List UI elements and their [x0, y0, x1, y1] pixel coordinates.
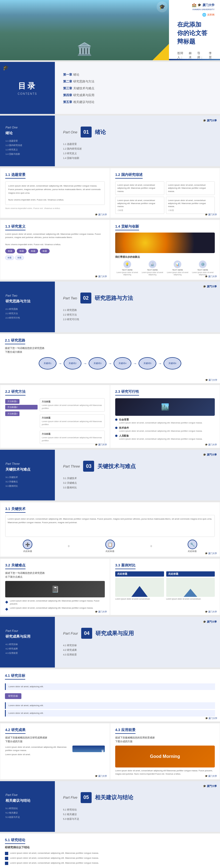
- sec-1-2-title: 1.2 国内研究综述: [115, 172, 143, 179]
- sec-1-4-col-4: ⚙️ TEXT HERE Lorem ipsum dolor sit amet …: [191, 260, 215, 276]
- footer-2-1: 🎓 厦门大学: [205, 378, 217, 381]
- toc-item-4: 第四章 研究成果与应用: [63, 92, 212, 97]
- sec-1-3-body: Lorem ipsum dolor sit amet, consectetuer…: [5, 232, 105, 247]
- goal-item-2: Lorem dolor sit amet, adipiscing elit.: [5, 702, 215, 709]
- sec-1-1-body: Lorem ipsum dolor sit amet, consectetuer…: [8, 184, 102, 202]
- sec-1-3-buttons: 标题 标题 标题 标题: [5, 249, 105, 253]
- toc-item-1: 第一章 绪论: [63, 72, 212, 77]
- part-three-xmu-logo: 🎓 厦門大學: [203, 453, 217, 457]
- sec-4-3-subtitle: 描述下您最难概括您的应用前景感谢下图分成四方面: [115, 736, 215, 743]
- toc-title-1: 绪论: [73, 73, 79, 76]
- goal-label: 研究目标: [5, 693, 21, 699]
- part-four-right: 🎓 厦門大學 Part Four 04 研究成果与应用 4.1 研究目标 4.2…: [55, 617, 220, 668]
- toc-chapter-2: 第二章: [63, 80, 72, 83]
- part-two-sub-list: 2.1 研究思路 2.2 研究方法 2.3 研究可行性: [63, 308, 212, 322]
- part-one-label-text: Part One: [63, 130, 77, 134]
- footer-1-3: 🎓 厦门大学: [95, 275, 107, 278]
- toc-chapter-5: 第五章: [63, 100, 72, 103]
- slide-part-five-header: Part Five 相关建议与结论 5.1 研究结论 5.2 相关建议 5.3 …: [0, 781, 220, 832]
- contents-text: CONTENTS: [18, 92, 37, 95]
- part-one-items: 1.1 选题背景 1.2 国内研究综述 1.3 研究意义 1.4 贡献与创新: [5, 139, 49, 156]
- footer-3-1: 🎓 厦门大学: [205, 552, 217, 555]
- slide-title: 🏛️ 🎓 🎓 厦门大学 XIAMEN UNIVERSITY 🌐 演界网 在此添加…: [0, 0, 220, 60]
- main-title-line1: 在此添加: [177, 21, 212, 29]
- part-one-num: 绪论: [5, 131, 49, 135]
- panel-2-3: 2.3 研究可行性 🏙️ 社会背景 Lorem ipsum dolor sit …: [110, 385, 220, 448]
- part-two-label: Part Two: [5, 294, 49, 297]
- sec-4-2-layout: Lorem ipsum dolor sit amet, consectetuer…: [5, 746, 105, 756]
- toc-title-5: 相关建议与结论: [73, 100, 94, 103]
- toc-item-5: 第五章 相关建议与结论: [63, 99, 212, 104]
- toc-right-panel: 第一章 绪论 第二章 研究思路与方法 第三章 关键技术与难点 第四章 研究成果与…: [55, 62, 220, 114]
- logos-area: 🎓 厦门大学 XIAMEN UNIVERSITY 🌐 演界网: [192, 3, 215, 17]
- sec-5-1-subtitle: 经研究得出以下结论: [5, 845, 215, 849]
- panel-4-3: 4.3 应用前景 描述下您最难概括您的应用前景感谢下图分成四方面 Good Mo…: [110, 723, 220, 779]
- sec-3-2-subtitle: 描述下您一句话概括您的主研究思路在下面分点难点: [5, 571, 105, 579]
- btn-1-3-4[interactable]: 标题: [40, 249, 50, 253]
- footer-1-2: 🎓 厦门大学: [205, 213, 217, 216]
- footer-4-3: 🎓 厦门大学: [205, 775, 217, 778]
- panel-1-3: 1.3 研究意义 Lorem ipsum dolor sit amet, con…: [0, 220, 110, 280]
- part-three-title-row: Part Three 03 关键技术与难点: [63, 461, 212, 472]
- btn-1-3-1[interactable]: 标题: [5, 249, 15, 253]
- part-three-left: Part Three 关键技术与难点 3.1 关键技术 3.2 关键难点 3.3…: [0, 450, 55, 500]
- sec-2-3-item-2: 技术条件 Lorem ipsum dolor sit amet, consect…: [115, 426, 215, 433]
- method-diagram: 方法标题 Lorem ipsum dolor sit amet consecte…: [40, 398, 105, 444]
- method-btn-1: 方法标题1: [5, 399, 20, 404]
- node-2: 关键词2: [64, 357, 81, 370]
- sec-2-3-item-1: 社会背景 Lorem ipsum dolor sit amet, consect…: [115, 418, 215, 425]
- toc-title-3: 关键技术与难点: [73, 87, 94, 90]
- toc-left-panel: 🎓 目录 CONTENTS: [0, 62, 55, 114]
- sec-1-4-col-3: 📊 TEXT HERE Lorem ipsum dolor sit amet a…: [166, 260, 190, 276]
- main-title-area: 在此添加 你的论文答辩标题: [177, 21, 212, 46]
- bottom-bar: [169, 59, 220, 60]
- btn-1-3-3[interactable]: 标题: [28, 249, 38, 253]
- sec-4-2-title: 4.2 研究成果: [5, 727, 26, 734]
- sec-3-3-content: 此处标题 Lorem ipsum dolor sit amet consecte…: [115, 571, 215, 600]
- slide-2-2-2-3: 2.2 研究方法 方法标题1 方法标题2 方法标题3 方法标题 Lorem ip…: [0, 385, 220, 448]
- sec-1-4-items: 💡 TEXT HERE Lorem ipsum dolor sit amet a…: [115, 260, 215, 276]
- slide-3-2-3-3: 3.2 关键难点 描述下您一句话概括您的主研究思路在下面分点难点 📓 ◆ Lor…: [0, 558, 220, 615]
- panel-1-4: 1.4 贡献与创新 我们季度出步的创新点 💡 TEXT HERE Lorem i…: [110, 220, 220, 280]
- slide-4-1: 4.1 研究目标 Lorem dolor sit amet, adipiscin…: [0, 669, 220, 721]
- sec-2-3-item-3: 人员配备 Lorem ipsum dolor sit amet, consect…: [115, 434, 215, 441]
- sec-4-3-body: Lorem ipsum dolor sit amet, consectetuer…: [115, 769, 215, 775]
- sec-5-1-items: Lorem ipsum dolor sit amet, consectetuer…: [5, 851, 215, 865]
- footer-4-1: 🎓 厦门大学: [205, 717, 217, 720]
- part-two-title-row: Part Two 02 研究思路与方法: [63, 292, 212, 304]
- method-btn-3: 方法标题3: [5, 411, 20, 416]
- node-5: 关键词5: [139, 357, 156, 370]
- sec-3-1-content: Lorem ipsum dolor sit amet, consectetuer…: [5, 515, 215, 553]
- sec-1-4-col-1: 💡 TEXT HERE Lorem ipsum dolor sit amet a…: [115, 260, 139, 276]
- toc-chapter-4: 第四章: [63, 93, 72, 97]
- footer-3-3: 🎓 厦门大学: [205, 610, 217, 613]
- node-3: 关键词3: [89, 357, 106, 370]
- part-one-sub-list: 1.1 选题背景 1.2 国内研究综述 1.3 研究意义 1.4 贡献与创新: [63, 142, 212, 160]
- part-three-label: Part Three: [5, 462, 49, 465]
- title-content: 🎓 厦门大学 XIAMEN UNIVERSITY 🌐 演界网 在此添加 你的论文…: [169, 0, 220, 60]
- toc-item-3: 第三章 关键技术与难点: [63, 86, 212, 90]
- part-three-items: 3.1 关键技术 3.2 关键难点 3.3 案例对比: [5, 475, 49, 488]
- toc-title-2: 研究思路与方法: [73, 80, 94, 83]
- part-three-badge: 03: [83, 461, 94, 472]
- sec-2-1-title: 2.1 研究思路: [5, 338, 25, 344]
- footer-2-2: 🎓 厦门大学: [95, 443, 107, 446]
- part-one-xmu-logo: 🎓 厦門大學: [203, 119, 217, 122]
- footer-4-2: 🎓 厦门大学: [95, 775, 107, 778]
- sec-1-4-intro: 我们季度出步的创新点: [115, 255, 215, 259]
- sec-1-4-col-2: 🔬 TEXT HERE Lorem ipsum dolor sit amet a…: [140, 260, 165, 276]
- btn-1-3-2[interactable]: 标题: [17, 249, 27, 253]
- mulu-text: 目录: [18, 81, 37, 91]
- sec-2-3-items: 社会背景 Lorem ipsum dolor sit amet, consect…: [115, 418, 215, 441]
- sec-2-3-title: 2.3 研究可行性: [115, 389, 139, 396]
- panel-3-2: 3.2 关键难点 描述下您一句话概括您的主研究思路在下面分点难点 📓 ◆ Lor…: [0, 558, 110, 615]
- part-four-title-row: Part Four 04 研究成果与应用: [63, 628, 212, 639]
- sec-3-2-img: 📓: [5, 581, 105, 597]
- part-two-xmu-logo: 🎓 厦門大學: [203, 285, 217, 288]
- good-morning-img: Good Morning: [115, 746, 215, 768]
- slide-part-four-header: Part Four 研究成果与应用 4.1 研究目标 4.2 研究成果 4.3 …: [0, 617, 220, 668]
- toc-item-2: 第二章 研究思路与方法: [63, 79, 212, 84]
- slide-part-one-header: Part One 绪论 1.1 选题背景 1.2 国内研究综述 1.3 研究意义…: [0, 116, 220, 166]
- toc-chapter-1: 第一章: [63, 73, 72, 76]
- sec-3-1-title: 3.1 关键技术: [5, 506, 26, 513]
